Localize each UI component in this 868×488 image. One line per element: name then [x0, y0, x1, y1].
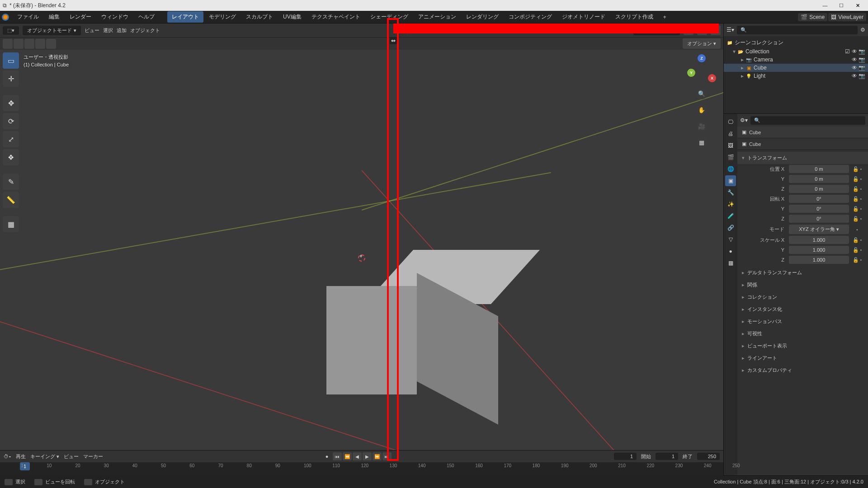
selectmode-1[interactable] — [3, 39, 13, 49]
maximize-button[interactable]: ☐ — [834, 1, 849, 10]
tool-annotate[interactable]: ✎ — [3, 174, 19, 190]
scale-z-field[interactable]: 1.000 — [789, 256, 849, 264]
end-frame-field[interactable]: 250 — [697, 453, 720, 460]
outliner-type[interactable]: ☰▾ — [726, 27, 734, 33]
menu-object[interactable]: オブジェクト — [130, 27, 160, 34]
editor-type-dropdown[interactable]: ⬚▾ — [3, 26, 19, 35]
tl-marker[interactable]: マーカー — [83, 453, 103, 460]
menu-select[interactable]: 選択 — [103, 27, 113, 34]
panel-customprops[interactable]: カスタムプロパティ — [737, 364, 868, 376]
tool-transform[interactable]: ❖ — [3, 149, 19, 165]
lock-icon[interactable]: 🔓 • — [851, 166, 863, 172]
zoom-icon[interactable]: 🔍 — [696, 88, 708, 99]
rot-z-field[interactable]: 0° — [789, 215, 849, 223]
outliner-search[interactable]: 🔍 — [737, 26, 858, 34]
timeline-editor-type[interactable]: ⏱▾ — [4, 454, 11, 459]
workspace-tab-modeling[interactable]: モデリング — [204, 11, 241, 23]
ptab-world[interactable]: 🌐 — [725, 164, 736, 174]
menu-window[interactable]: ウィンドウ — [97, 11, 133, 23]
ptab-physics[interactable]: 🧪 — [725, 211, 736, 221]
tool-addcube[interactable]: ▦ — [3, 216, 19, 232]
tl-keying[interactable]: キーイング ▾ — [30, 453, 59, 460]
loc-x-field[interactable]: 0 m — [789, 165, 849, 173]
props-type[interactable]: ⚙▾ — [740, 117, 748, 123]
menu-edit[interactable]: 編集 — [44, 11, 64, 23]
panel-delta[interactable]: デルタトランスフォーム — [737, 267, 868, 279]
chevron-icon[interactable] — [741, 65, 744, 71]
timeline-ruler[interactable]: 1 11020304050607080901001101201301401501… — [0, 462, 723, 476]
panel-instancing[interactable]: インスタンス化 — [737, 303, 868, 315]
play-button[interactable]: ▶ — [363, 452, 372, 460]
scene-selector[interactable]: 🎬 Scene — [798, 13, 827, 21]
workspace-tab-comp[interactable]: コンポジティング — [504, 11, 557, 23]
gizmo-z-icon[interactable]: Z — [698, 54, 706, 62]
minimize-button[interactable]: — — [817, 1, 833, 10]
ptab-output[interactable]: 🖨 — [725, 128, 736, 139]
ptab-data[interactable]: ▽ — [725, 234, 736, 245]
chevron-down-icon[interactable] — [733, 48, 736, 55]
ptab-viewlayer[interactable]: 🖼 — [725, 140, 736, 151]
play-rev-button[interactable]: ◀ — [353, 452, 362, 460]
ptab-particle[interactable]: ✨ — [725, 199, 736, 210]
panel-motionpath[interactable]: モーションパス — [737, 315, 868, 328]
gizmo-y-icon[interactable]: Y — [687, 69, 695, 77]
blender-logo-icon[interactable] — [2, 14, 9, 21]
tl-view[interactable]: ビュー — [64, 453, 79, 460]
jump-start-button[interactable]: ⏮ — [333, 452, 342, 460]
outliner-filter-icon[interactable]: ⚙ — [860, 27, 865, 33]
viewlayer-selector[interactable]: 🖼 ViewLayer — [828, 13, 866, 21]
workspace-tab-script[interactable]: スクリプト作成 — [611, 11, 658, 23]
tool-measure[interactable]: 📏 — [3, 192, 19, 208]
pan-icon[interactable]: ✋ — [696, 104, 708, 116]
orbit-gizmo[interactable]: Z Y X — [687, 54, 716, 83]
interaction-mode-dropdown[interactable]: オブジェクトモード ▾ — [23, 26, 81, 35]
workspace-tab-shading[interactable]: シェーディング — [366, 11, 413, 23]
scale-y-field[interactable]: 1.000 — [789, 246, 849, 254]
selectmode-2[interactable] — [14, 39, 24, 49]
3d-viewport[interactable]: ユーザー・透視投影 (1) Collection | Cube ▭ ✛ ✥ ⟳ … — [0, 50, 723, 450]
scale-x-field[interactable]: 1.000 — [789, 236, 849, 244]
chevron-icon[interactable] — [741, 73, 744, 79]
prev-key-button[interactable]: ⏪ — [343, 452, 352, 460]
rot-x-field[interactable]: 0° — [789, 195, 849, 203]
outliner-item-light[interactable]: 💡 Light 👁 📷 — [724, 72, 868, 80]
chevron-icon[interactable] — [741, 56, 744, 63]
panel-visibility[interactable]: 可視性 — [737, 328, 868, 340]
menu-render[interactable]: レンダー — [65, 11, 96, 23]
menu-help[interactable]: ヘルプ — [134, 11, 159, 23]
rot-y-field[interactable]: 0° — [789, 205, 849, 213]
ptab-render[interactable]: 🖵 — [725, 117, 736, 127]
workspace-tab-sculpt[interactable]: スカルプト — [241, 11, 278, 23]
tool-move[interactable]: ✥ — [3, 95, 19, 111]
persp-icon[interactable]: ▦ — [696, 136, 708, 148]
current-frame-field[interactable]: 1 — [614, 453, 637, 460]
menu-add[interactable]: 追加 — [117, 27, 127, 34]
panel-relations[interactable]: 関係 — [737, 279, 868, 291]
props-breadcrumb[interactable]: ▣ Cube — [737, 127, 868, 138]
workspace-add-button[interactable]: + — [659, 12, 671, 22]
selectmode-3[interactable] — [24, 39, 34, 49]
outliner-item-cube[interactable]: ▣ Cube 👁 📷 — [724, 64, 868, 72]
outliner-item-camera[interactable]: 📷 Camera 👁 📷 — [724, 56, 868, 64]
tool-select-box[interactable]: ▭ — [3, 52, 19, 69]
gizmo-x-icon[interactable]: X — [708, 74, 716, 82]
workspace-tab-layout[interactable]: レイアウト — [167, 11, 203, 23]
panel-transform-header[interactable]: トランスフォーム — [737, 152, 868, 164]
props-object-name[interactable]: ▣ Cube — [737, 138, 868, 150]
props-search[interactable]: 🔍 — [750, 116, 865, 125]
autokey-icon[interactable]: ● — [326, 454, 329, 459]
tl-playback[interactable]: 再生 — [16, 453, 26, 460]
loc-y-field[interactable]: 0 m — [789, 175, 849, 183]
ptab-material[interactable]: ● — [725, 246, 736, 257]
workspace-tab-render[interactable]: レンダリング — [462, 11, 503, 23]
options-dropdown[interactable]: オプション ▾ — [683, 38, 721, 49]
outliner-collection[interactable]: 📂 Collection ☑ 👁 📷 — [724, 47, 868, 56]
next-key-button[interactable]: ⏩ — [373, 452, 382, 460]
menu-file[interactable]: ファイル — [13, 11, 43, 23]
panel-viewport-display[interactable]: ビューポート表示 — [737, 340, 868, 352]
panel-collection[interactable]: コレクション — [737, 291, 868, 303]
ptab-constraint[interactable]: 🔗 — [725, 222, 736, 233]
ptab-texture[interactable]: ▩ — [725, 258, 736, 268]
tool-rotate[interactable]: ⟳ — [3, 113, 19, 129]
workspace-tab-anim[interactable]: アニメーション — [414, 11, 461, 23]
